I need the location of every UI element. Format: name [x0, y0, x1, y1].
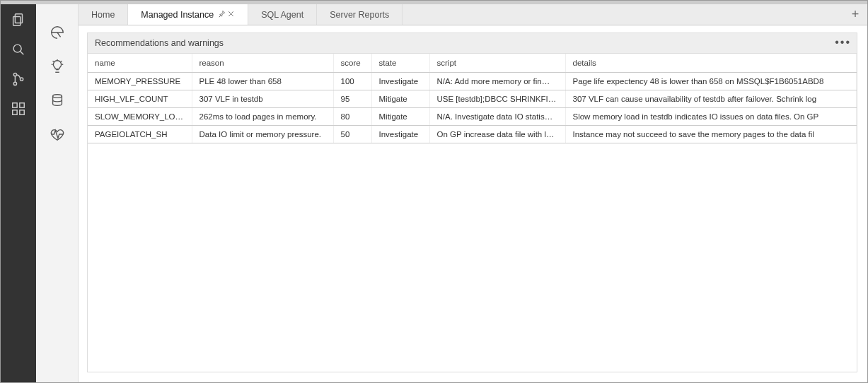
panel-header: Recommendations and warnings ••• — [87, 33, 857, 54]
svg-rect-10 — [20, 103, 24, 107]
svg-point-6 — [20, 78, 23, 81]
insight-icon[interactable] — [49, 58, 66, 75]
source-control-icon[interactable] — [10, 71, 27, 88]
tab-managed-instance[interactable]: Managed Instance — [128, 4, 248, 25]
health-icon[interactable] — [49, 126, 66, 143]
cell-state: Mitigate — [371, 90, 429, 108]
new-tab-button[interactable]: + — [843, 4, 867, 25]
col-state[interactable]: state — [371, 54, 429, 73]
more-icon[interactable]: ••• — [835, 36, 851, 49]
col-name[interactable]: name — [88, 54, 192, 73]
table-header-row: name reason score state script details — [88, 54, 857, 73]
svg-point-16 — [52, 95, 62, 98]
tab-sql-agent[interactable]: SQL Agent — [248, 4, 317, 25]
cell-state: Investigate — [371, 73, 429, 90]
tab-home[interactable]: Home — [79, 4, 128, 25]
files-icon[interactable] — [10, 11, 27, 28]
extensions-icon[interactable] — [10, 100, 27, 117]
cell-score: 80 — [333, 108, 371, 126]
panel-title: Recommendations and warnings — [95, 38, 224, 48]
cell-name: MEMORY_PRESSURE — [88, 73, 192, 90]
search-icon[interactable] — [10, 41, 27, 58]
table-row[interactable]: SLOW_MEMORY_LOAD 262ms to load pages in … — [88, 108, 857, 126]
table-row[interactable]: PAGEIOLATCH_SH Data IO limit or memory p… — [88, 126, 857, 143]
close-icon[interactable] — [227, 10, 235, 20]
tab-label: Server Reports — [330, 10, 389, 20]
table-row[interactable]: HIGH_VLF_COUNT 307 VLF in testdb 95 Miti… — [88, 90, 857, 108]
svg-point-2 — [13, 45, 21, 52]
col-details[interactable]: details — [565, 54, 857, 73]
table-row[interactable]: MEMORY_PRESSURE PLE 48 lower than 658 10… — [88, 73, 857, 90]
activity-bar — [1, 4, 36, 382]
svg-rect-0 — [15, 14, 22, 23]
cell-details: Page life expectency 48 is lower than 65… — [565, 73, 857, 90]
cell-details: 307 VLF can cause unavailability of test… — [565, 90, 857, 108]
recommendations-table: name reason score state script details M… — [87, 54, 857, 372]
svg-rect-7 — [13, 103, 17, 107]
cell-score: 95 — [333, 90, 371, 108]
cell-state: Mitigate — [371, 108, 429, 126]
svg-rect-9 — [20, 110, 24, 114]
svg-rect-8 — [13, 110, 17, 114]
cell-name: HIGH_VLF_COUNT — [88, 90, 192, 108]
svg-line-3 — [21, 52, 24, 55]
svg-rect-1 — [13, 16, 21, 25]
svg-line-14 — [52, 61, 53, 61]
col-script[interactable]: script — [429, 54, 565, 73]
side-panel — [36, 4, 79, 382]
editor-tabs: Home Managed Instance SQL Agent Server R… — [79, 4, 867, 25]
tab-label: Home — [91, 10, 115, 20]
cell-score: 50 — [333, 126, 371, 143]
tab-label: SQL Agent — [261, 10, 303, 20]
col-score[interactable]: score — [333, 54, 371, 73]
cell-script: N/A: Add more memory or fin… — [429, 73, 565, 90]
cell-script: On GP increase data file with l… — [429, 126, 565, 143]
pin-icon[interactable] — [218, 10, 226, 20]
cell-reason: 307 VLF in testdb — [192, 90, 333, 108]
dashboard-icon[interactable] — [49, 24, 66, 41]
cell-name: SLOW_MEMORY_LOAD — [88, 108, 192, 126]
cell-details: Slow memory load in testdb indicates IO … — [565, 108, 857, 126]
svg-line-15 — [61, 61, 62, 61]
cell-score: 100 — [333, 73, 371, 90]
cell-reason: PLE 48 lower than 658 — [192, 73, 333, 90]
col-reason[interactable]: reason — [192, 54, 333, 73]
cell-reason: 262ms to load pages in memory. — [192, 108, 333, 126]
cell-name: PAGEIOLATCH_SH — [88, 126, 192, 143]
cell-script: USE [testdb];DBCC SHRINKFIL… — [429, 90, 565, 108]
svg-point-4 — [13, 73, 16, 76]
database-icon[interactable] — [49, 92, 66, 109]
tab-server-reports[interactable]: Server Reports — [317, 4, 403, 25]
svg-point-5 — [13, 82, 16, 85]
cell-state: Investigate — [371, 126, 429, 143]
tab-label: Managed Instance — [141, 10, 214, 20]
cell-details: Instance may not succeed to save the mem… — [565, 126, 857, 143]
cell-script: N/A. Investigate data IO statis… — [429, 108, 565, 126]
cell-reason: Data IO limit or memory pressure. — [192, 126, 333, 143]
